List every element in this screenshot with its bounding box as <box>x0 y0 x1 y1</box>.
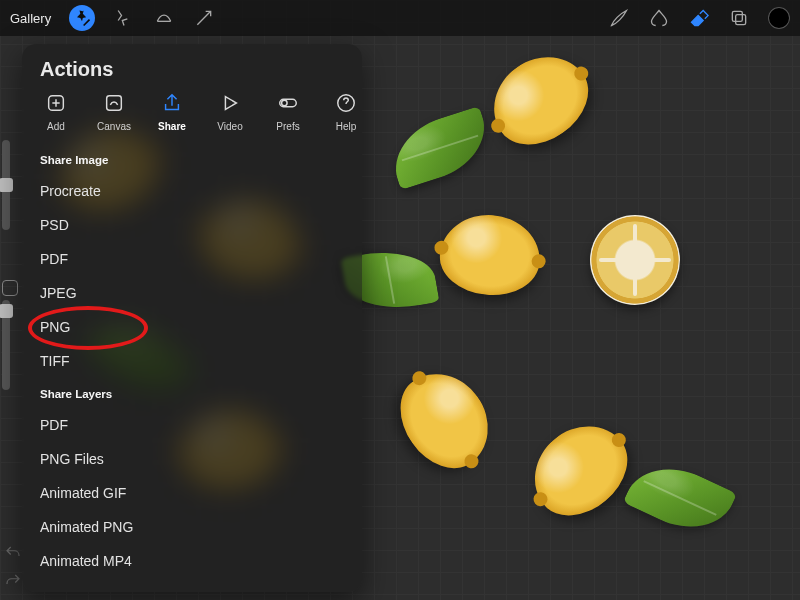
top-toolbar: Gallery <box>0 0 800 36</box>
video-icon <box>216 89 244 117</box>
share-layers-agif[interactable]: Animated GIF <box>22 476 362 510</box>
brush-button[interactable] <box>608 7 630 29</box>
tab-label: Prefs <box>264 121 312 132</box>
share-layers-pdf[interactable]: PDF <box>22 408 362 442</box>
layers-button[interactable] <box>728 7 750 29</box>
tab-video[interactable]: Video <box>206 89 254 132</box>
gallery-button[interactable]: Gallery <box>10 11 51 26</box>
tab-label: Share <box>148 121 196 132</box>
share-layers-pngfiles[interactable]: PNG Files <box>22 442 362 476</box>
share-item-pdf[interactable]: PDF <box>22 242 362 276</box>
leaf <box>384 106 496 190</box>
section-header: Share Layers <box>22 378 362 408</box>
svg-rect-3 <box>107 96 122 111</box>
svg-point-5 <box>282 100 288 106</box>
tab-label: Help <box>322 121 362 132</box>
brush-size-slider[interactable] <box>2 140 10 230</box>
tab-canvas[interactable]: Canvas <box>90 89 138 132</box>
tab-prefs[interactable]: Prefs <box>264 89 312 132</box>
selection-button[interactable] <box>153 7 175 29</box>
eraser-button[interactable] <box>688 7 710 29</box>
help-icon <box>332 89 360 117</box>
undo-button[interactable] <box>4 544 22 566</box>
tab-label: Add <box>32 121 80 132</box>
actions-button[interactable] <box>69 5 95 31</box>
tab-help[interactable]: Help <box>322 89 362 132</box>
popover-title: Actions <box>22 44 362 89</box>
prefs-icon <box>274 89 302 117</box>
share-list: Share Image Procreate PSD PDF JPEG PNG T… <box>22 142 362 588</box>
tab-label: Video <box>206 121 254 132</box>
color-well[interactable] <box>768 7 790 29</box>
tab-share[interactable]: Share <box>148 89 196 132</box>
lemon <box>437 211 544 299</box>
transform-button[interactable] <box>193 7 215 29</box>
section-header: Share Image <box>22 144 362 174</box>
share-item-jpeg[interactable]: JPEG <box>22 276 362 310</box>
leaf <box>623 451 737 544</box>
lemon-half <box>590 215 680 305</box>
share-item-png[interactable]: PNG <box>22 310 362 344</box>
canvas-icon <box>100 89 128 117</box>
lemon <box>516 407 644 533</box>
adjustments-button[interactable] <box>113 7 135 29</box>
actions-popover: Actions Add Canvas Share Video Prefs <box>22 44 362 592</box>
tab-label: Canvas <box>90 121 138 132</box>
opacity-slider[interactable] <box>2 300 10 390</box>
share-item-psd[interactable]: PSD <box>22 208 362 242</box>
tab-add[interactable]: Add <box>32 89 80 132</box>
share-layers-apng[interactable]: Animated PNG <box>22 510 362 544</box>
lemon <box>384 356 507 484</box>
svg-rect-0 <box>732 11 742 21</box>
undo-redo-group <box>4 544 22 594</box>
redo-button[interactable] <box>4 572 22 594</box>
add-icon <box>42 89 70 117</box>
share-item-procreate[interactable]: Procreate <box>22 174 362 208</box>
share-item-tiff[interactable]: TIFF <box>22 344 362 378</box>
share-icon <box>158 89 186 117</box>
svg-rect-1 <box>736 15 746 25</box>
side-toggle[interactable] <box>2 280 18 296</box>
share-layers-amp4[interactable]: Animated MP4 <box>22 544 362 578</box>
actions-tabs: Add Canvas Share Video Prefs Help <box>22 89 362 142</box>
smudge-button[interactable] <box>648 7 670 29</box>
lemon <box>476 39 604 162</box>
